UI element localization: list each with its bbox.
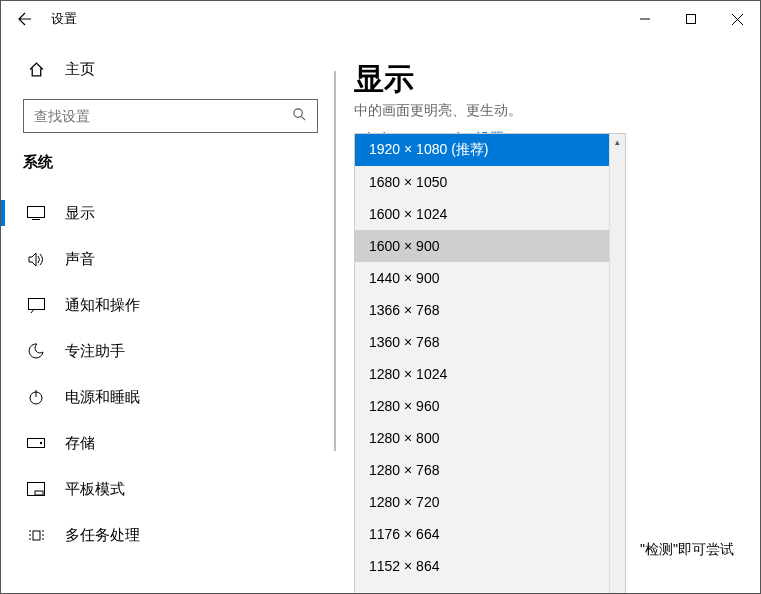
sidebar-item-storage[interactable]: 存储 [1, 420, 336, 466]
sidebar-item-sound[interactable]: 声音 [1, 236, 336, 282]
sidebar-item-label: 平板模式 [65, 480, 125, 499]
resolution-option[interactable]: 1366 × 768 [355, 294, 625, 326]
resolution-option[interactable]: 1680 × 1050 [355, 166, 625, 198]
sidebar-item-multitask[interactable]: 多任务处理 [1, 512, 336, 558]
resolution-option[interactable]: 1920 × 1080 (推荐) [355, 134, 625, 166]
content-pane: 显示 中的画面更明亮、更生动。 Windows HD Color 设置 1920… [336, 37, 760, 593]
dropdown-scrollbar[interactable]: ▴ [609, 134, 625, 593]
maximize-icon [686, 14, 696, 24]
maximize-button[interactable] [668, 3, 714, 35]
resolution-option[interactable]: 1176 × 664 [355, 518, 625, 550]
search-icon [292, 107, 307, 125]
detect-hint: "检测"即可尝试 [640, 541, 734, 559]
notifications-icon [27, 298, 45, 313]
sub-line: 中的画面更明亮、更生动。 [354, 102, 740, 120]
sidebar: 主页 系统 显示 声音 [1, 37, 336, 593]
resolution-option[interactable]: 1440 × 900 [355, 262, 625, 294]
home-button[interactable]: 主页 [1, 47, 336, 91]
sidebar-item-label: 显示 [65, 204, 95, 223]
svg-line-5 [301, 116, 305, 120]
resolution-option[interactable]: 1600 × 900 [355, 230, 625, 262]
sidebar-item-notifications[interactable]: 通知和操作 [1, 282, 336, 328]
focus-icon [27, 343, 45, 359]
sidebar-item-label: 通知和操作 [65, 296, 140, 315]
svg-point-4 [294, 109, 302, 117]
svg-rect-1 [687, 15, 696, 24]
back-button[interactable] [7, 1, 43, 37]
home-label: 主页 [65, 60, 95, 79]
resolution-option[interactable]: 1280 × 720 [355, 486, 625, 518]
display-icon [27, 206, 45, 220]
power-icon [27, 389, 45, 405]
close-icon [732, 14, 743, 25]
sound-icon [27, 252, 45, 267]
sidebar-item-power[interactable]: 电源和睡眠 [1, 374, 336, 420]
close-button[interactable] [714, 3, 760, 35]
home-icon [27, 61, 45, 78]
minimize-button[interactable] [622, 3, 668, 35]
resolution-option[interactable]: 1600 × 1024 [355, 198, 625, 230]
resolution-option[interactable]: 1152 × 864 [355, 550, 625, 582]
resolution-option[interactable]: 1280 × 800 [355, 422, 625, 454]
back-arrow-icon [17, 11, 33, 27]
svg-rect-6 [28, 207, 45, 218]
sidebar-item-display[interactable]: 显示 [1, 190, 336, 236]
search-field[interactable] [34, 108, 292, 124]
multitask-icon [27, 528, 45, 543]
section-label: 系统 [23, 153, 336, 172]
svg-point-12 [40, 442, 42, 444]
sidebar-item-tablet[interactable]: 平板模式 [1, 466, 336, 512]
window-title: 设置 [51, 10, 77, 28]
resolution-option[interactable]: 1280 × 768 [355, 454, 625, 486]
page-title: 显示 [354, 59, 740, 100]
sidebar-item-label: 存储 [65, 434, 95, 453]
svg-rect-17 [33, 531, 40, 540]
svg-rect-14 [35, 491, 43, 495]
tablet-icon [27, 482, 45, 496]
scroll-up-icon[interactable]: ▴ [610, 134, 625, 150]
resolution-option[interactable]: 1360 × 768 [355, 326, 625, 358]
resolution-dropdown[interactable]: 1920 × 1080 (推荐)1680 × 10501600 × 102416… [354, 133, 626, 593]
svg-rect-8 [28, 298, 44, 309]
sidebar-item-label: 多任务处理 [65, 526, 140, 545]
sidebar-item-label: 声音 [65, 250, 95, 269]
sidebar-item-focus[interactable]: 专注助手 [1, 328, 336, 374]
sidebar-item-label: 电源和睡眠 [65, 388, 140, 407]
search-input[interactable] [23, 99, 318, 133]
minimize-icon [640, 14, 650, 24]
storage-icon [27, 438, 45, 448]
sidebar-item-label: 专注助手 [65, 342, 125, 361]
resolution-option[interactable]: 1280 × 960 [355, 390, 625, 422]
resolution-option[interactable]: 1024 × 768 [355, 582, 625, 593]
resolution-option[interactable]: 1280 × 1024 [355, 358, 625, 390]
